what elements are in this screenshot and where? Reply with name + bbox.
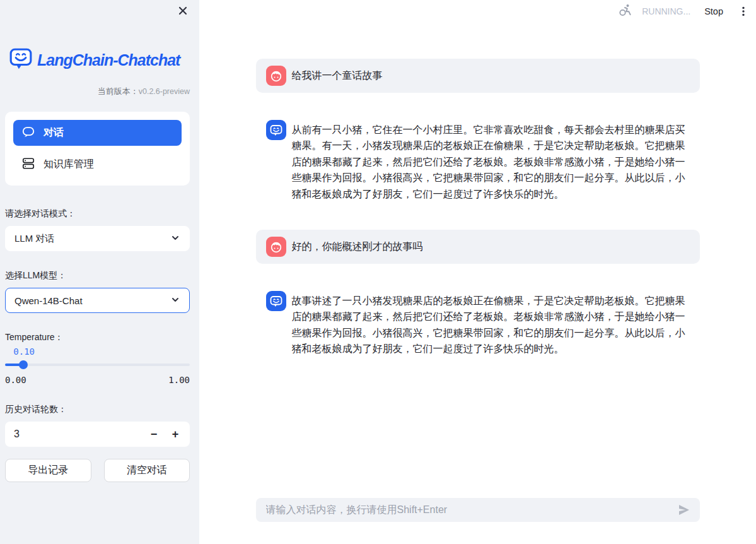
nav-item-label: 知识库管理 <box>44 158 94 171</box>
chat-bubble-logo-icon <box>9 47 33 73</box>
app-logo: LangChain-Chatchat <box>9 47 190 73</box>
assistant-avatar-icon <box>266 291 286 311</box>
sidebar: LangChain-Chatchat 当前版本：v0.2.6-preview 对… <box>0 0 199 544</box>
chat-bubble-icon <box>21 125 35 141</box>
temperature-slider[interactable] <box>5 360 190 369</box>
message-text: 故事讲述了一只小猪发现糖果店的老板娘正在偷糖果，于是它决定帮助老板娘。它把糖果店… <box>292 291 690 357</box>
stop-button[interactable]: Stop <box>701 5 727 18</box>
llm-model-select[interactable]: Qwen-14B-Chat <box>5 288 190 313</box>
slider-min: 0.00 <box>5 375 26 385</box>
temperature-label: Temperature： <box>5 332 190 343</box>
chevron-down-icon <box>170 295 180 307</box>
chat-message-user: 给我讲一个童话故事 <box>256 59 700 93</box>
slider-range: 0.00 1.00 <box>5 375 190 385</box>
version-text: 当前版本：v0.2.6-preview <box>5 86 190 97</box>
running-man-icon <box>618 3 632 20</box>
llm-model-value: Qwen-14B-Chat <box>15 295 83 306</box>
nav-card: 对话 知识库管理 <box>5 112 190 186</box>
history-rounds-label: 历史对话轮数： <box>5 404 190 415</box>
chat-history: 给我讲一个童话故事 从前有一只小猪，它住在一个小村庄里。它非常喜欢吃甜食，每天都… <box>256 0 700 364</box>
send-icon[interactable] <box>676 502 692 518</box>
nav-item-dialogue[interactable]: 对话 <box>13 120 182 146</box>
assistant-avatar-icon <box>266 120 286 140</box>
history-rounds-value[interactable]: 3 <box>14 429 143 440</box>
nav-item-label: 对话 <box>44 126 64 139</box>
slider-thumb[interactable] <box>19 360 28 369</box>
chat-message-assistant: 故事讲述了一只小猪发现糖果店的老板娘正在偷糖果，于是它决定帮助老板娘。它把糖果店… <box>256 284 700 364</box>
sidebar-close-button[interactable] <box>177 6 189 18</box>
main-content: RUNNING... Stop 给我讲一个童话故事 <box>199 0 756 544</box>
export-records-button[interactable]: 导出记录 <box>5 459 91 482</box>
message-text: 从前有一只小猪，它住在一个小村庄里。它非常喜欢吃甜食，每天都会去村里的糖果店买糖… <box>292 120 690 202</box>
chevron-down-icon <box>170 233 180 245</box>
dialogue-mode-value: LLM 对话 <box>15 233 54 245</box>
chat-input-container <box>256 498 700 522</box>
decrement-button[interactable]: − <box>143 424 165 444</box>
dialogue-mode-select[interactable]: LLM 对话 <box>5 226 190 251</box>
nav-item-knowledge-base[interactable]: 知识库管理 <box>13 151 182 177</box>
dialogue-mode-label: 请选择对话模式： <box>5 208 190 220</box>
message-text: 好的，你能概述刚才的故事吗 <box>292 239 423 254</box>
temperature-value: 0.10 <box>13 346 35 357</box>
increment-button[interactable]: + <box>165 424 186 444</box>
llm-model-label: 选择LLM模型： <box>5 270 190 281</box>
close-icon <box>177 5 189 19</box>
app-header: RUNNING... Stop <box>618 3 750 20</box>
user-avatar-icon <box>266 66 286 86</box>
user-avatar-icon <box>266 237 286 257</box>
slider-track[interactable] <box>5 364 190 366</box>
chat-message-user: 好的，你能概述刚才的故事吗 <box>256 230 700 264</box>
message-text: 给我讲一个童话故事 <box>292 68 383 83</box>
clear-dialogue-button[interactable]: 清空对话 <box>104 459 190 482</box>
history-rounds-input[interactable]: 3 − + <box>5 422 190 447</box>
knowledge-base-icon <box>21 157 35 173</box>
status-text: RUNNING... <box>642 6 690 16</box>
slider-max: 1.00 <box>168 375 190 385</box>
kebab-menu-icon[interactable] <box>737 4 750 18</box>
app-title: LangChain-Chatchat <box>37 51 180 69</box>
chat-message-assistant: 从前有一只小猪，它住在一个小村庄里。它非常喜欢吃甜食，每天都会去村里的糖果店买糖… <box>256 113 700 209</box>
chat-input[interactable] <box>265 504 676 516</box>
